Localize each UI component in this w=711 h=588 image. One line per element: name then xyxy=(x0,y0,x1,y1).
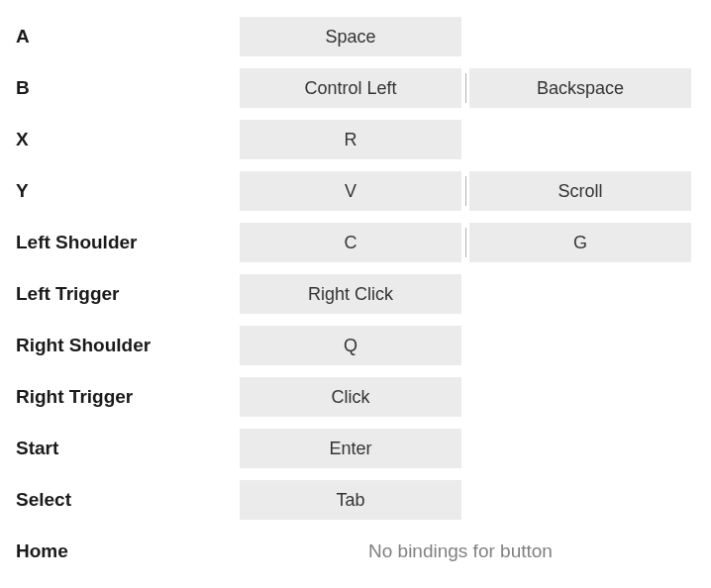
binding-separator xyxy=(461,171,469,211)
binding-label: Left Trigger xyxy=(12,283,240,305)
binding-button[interactable]: R xyxy=(240,120,461,159)
binding-row: Right ShoulderQ xyxy=(12,325,699,366)
binding-button[interactable]: Tab xyxy=(240,480,461,520)
binding-row: StartEnter xyxy=(12,428,699,469)
binding-button[interactable]: Space xyxy=(240,17,461,56)
binding-button[interactable]: Right Click xyxy=(240,274,461,314)
no-binding-text: No bindings for button xyxy=(240,540,553,562)
binding-row: YVScroll xyxy=(12,170,699,212)
binding-button[interactable]: Scroll xyxy=(469,171,691,211)
binding-row: HomeNo bindings for button xyxy=(12,531,699,572)
binding-button[interactable]: Click xyxy=(240,377,461,417)
binding-button[interactable]: Backspace xyxy=(469,68,691,108)
binding-button[interactable]: Enter xyxy=(240,429,461,468)
binding-row: Left ShoulderCG xyxy=(12,222,699,263)
binding-label: A xyxy=(12,26,240,48)
binding-label: Right Shoulder xyxy=(12,335,240,356)
binding-button[interactable]: Control Left xyxy=(240,68,461,108)
binding-button[interactable]: V xyxy=(240,171,461,211)
binding-button[interactable]: G xyxy=(469,223,691,262)
binding-button[interactable]: C xyxy=(240,223,461,262)
binding-label: X xyxy=(12,129,240,150)
binding-row: XR xyxy=(12,119,699,160)
binding-label: Y xyxy=(12,180,240,202)
binding-row: SelectTab xyxy=(12,479,699,521)
binding-separator xyxy=(461,68,469,108)
binding-label: Right Trigger xyxy=(12,386,240,408)
binding-separator xyxy=(461,223,469,262)
binding-label: Home xyxy=(12,540,240,562)
binding-label: Start xyxy=(12,438,240,459)
binding-label: Select xyxy=(12,489,240,511)
binding-label: Left Shoulder xyxy=(12,232,240,253)
binding-button[interactable]: Q xyxy=(240,326,461,365)
binding-row: BControl LeftBackspace xyxy=(12,67,699,109)
binding-row: ASpace xyxy=(12,16,699,57)
binding-row: Left TriggerRight Click xyxy=(12,273,699,315)
binding-row: Right TriggerClick xyxy=(12,376,699,418)
binding-label: B xyxy=(12,77,240,99)
